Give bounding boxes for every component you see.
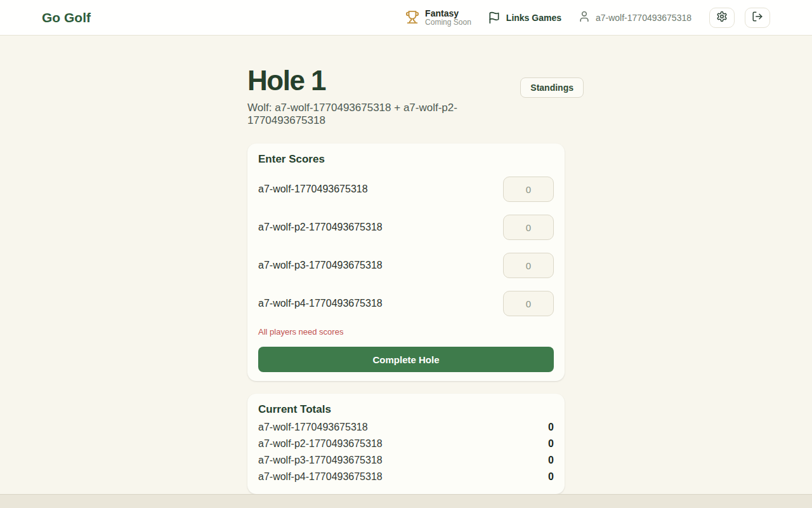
main-content: Hole 1 Wolf: a7-wolf-1770493675318 + a7-… [0, 36, 812, 494]
total-player-value: 0 [548, 469, 554, 485]
header-nav: Fantasy Coming Soon Links Games a7-wolf-… [405, 8, 770, 28]
player-name: a7-wolf-p2-1770493675318 [258, 222, 383, 233]
total-player-name: a7-wolf-1770493675318 [258, 419, 368, 436]
score-row: a7-wolf-p4-1770493675318 [258, 291, 554, 316]
current-totals-card: Current Totals a7-wolf-1770493675318 0 a… [247, 394, 565, 494]
complete-hole-button[interactable]: Complete Hole [258, 347, 554, 372]
user-icon [578, 10, 591, 25]
nav-item-links-games[interactable]: Links Games [488, 11, 561, 24]
score-input-player-3[interactable] [503, 253, 554, 278]
total-player-name: a7-wolf-p4-1770493675318 [258, 469, 383, 485]
nav-item-fantasy[interactable]: Fantasy Coming Soon [405, 8, 471, 27]
player-name: a7-wolf-p4-1770493675318 [258, 298, 383, 309]
total-row: a7-wolf-p2-1770493675318 0 [258, 436, 554, 452]
fantasy-sublabel: Coming Soon [425, 18, 471, 27]
brand-logo[interactable]: Go Golf [42, 10, 91, 25]
total-player-value: 0 [548, 452, 554, 469]
score-row: a7-wolf-p2-1770493675318 [258, 215, 554, 240]
fantasy-label: Fantasy [425, 8, 471, 18]
total-row: a7-wolf-p4-1770493675318 0 [258, 469, 554, 485]
total-row: a7-wolf-p3-1770493675318 0 [258, 452, 554, 469]
score-input-player-4[interactable] [503, 291, 554, 316]
header-buttons [709, 8, 770, 28]
footer-strip [0, 494, 812, 508]
user-chip: a7-wolf-1770493675318 [578, 10, 691, 25]
enter-scores-title: Enter Scores [258, 154, 554, 165]
current-totals-title: Current Totals [258, 404, 554, 415]
gear-icon [716, 11, 728, 24]
page-heading-block: Hole 1 Wolf: a7-wolf-1770493675318 + a7-… [247, 66, 501, 127]
standings-button[interactable]: Standings [520, 77, 584, 98]
settings-button[interactable] [709, 8, 735, 28]
flag-icon [488, 11, 501, 24]
fantasy-text: Fantasy Coming Soon [425, 8, 471, 27]
score-row: a7-wolf-1770493675318 [258, 177, 554, 202]
player-name: a7-wolf-1770493675318 [258, 184, 368, 195]
score-input-player-2[interactable] [503, 215, 554, 240]
total-player-value: 0 [548, 419, 554, 436]
logout-button[interactable] [745, 8, 770, 28]
score-row: a7-wolf-p3-1770493675318 [258, 253, 554, 278]
logout-icon [752, 11, 763, 24]
total-row: a7-wolf-1770493675318 0 [258, 419, 554, 436]
user-name: a7-wolf-1770493675318 [596, 13, 691, 23]
app-header: Go Golf Fantasy Coming Soon [0, 0, 812, 36]
enter-scores-card: Enter Scores a7-wolf-1770493675318 a7-wo… [247, 144, 565, 381]
score-input-player-1[interactable] [503, 177, 554, 202]
links-games-label: Links Games [506, 13, 561, 23]
player-name: a7-wolf-p3-1770493675318 [258, 260, 383, 271]
page-title: Hole 1 [247, 66, 501, 95]
total-player-name: a7-wolf-p3-1770493675318 [258, 452, 383, 469]
trophy-icon [405, 10, 419, 24]
total-player-name: a7-wolf-p2-1770493675318 [258, 436, 383, 452]
total-player-value: 0 [548, 436, 554, 452]
page-subtitle: Wolf: a7-wolf-1770493675318 + a7-wolf-p2… [247, 102, 501, 127]
validation-error-text: All players need scores [258, 328, 554, 337]
page-heading-row: Hole 1 Wolf: a7-wolf-1770493675318 + a7-… [247, 66, 565, 127]
